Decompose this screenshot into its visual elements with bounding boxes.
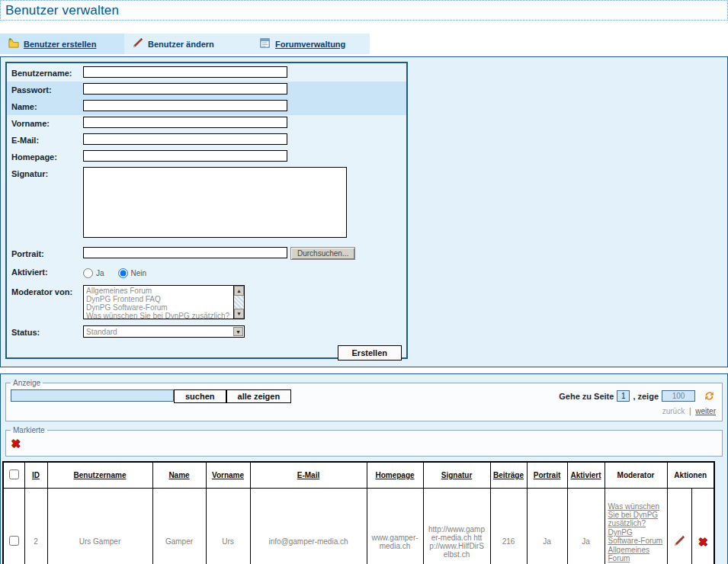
aktiviert-ja-radio[interactable]: [83, 268, 93, 278]
edit-pencil-icon: [132, 37, 143, 50]
status-selected-value: Standard: [84, 328, 233, 336]
homepage-input[interactable]: [83, 150, 287, 162]
sort-vorname[interactable]: Vorname: [212, 471, 244, 479]
zurueck-link[interactable]: zurück: [662, 407, 685, 415]
select-all-cell: [3, 462, 24, 488]
delete-user-icon[interactable]: ✖: [698, 537, 707, 547]
form-row-aktiviert: Aktiviert: Ja Nein: [7, 264, 406, 280]
listbox-option[interactable]: DynPG Software-Forum: [86, 303, 233, 312]
pager-separator: |: [689, 407, 691, 415]
passwort-input[interactable]: [83, 83, 287, 95]
tab-benutzer-erstellen[interactable]: Benutzer erstellen: [0, 34, 124, 54]
sort-aktiviert[interactable]: Aktiviert: [570, 471, 601, 479]
benutzername-label: Benutzername:: [11, 66, 83, 78]
vorname-input[interactable]: [83, 117, 287, 128]
sort-homepage[interactable]: Homepage: [375, 471, 414, 479]
email-label: E-Mail:: [11, 133, 83, 145]
delete-marked-icon[interactable]: ✖: [11, 438, 21, 449]
weiter-link[interactable]: weiter: [695, 407, 716, 415]
status-select[interactable]: Standard ▼: [83, 325, 245, 338]
sort-portrait[interactable]: Portrait: [534, 471, 561, 479]
cell-benutzername: Urs Gamper: [47, 488, 152, 564]
anzeige-legend: Anzeige: [11, 379, 43, 387]
cell-homepage: www.gamper-media.ch: [367, 488, 423, 564]
table-header-row: ID Benutzername Name Vorname E-Mail Home…: [3, 462, 714, 488]
cell-aktiviert: Ja: [567, 488, 605, 564]
header-aktionen: Aktionen: [674, 471, 707, 479]
sort-email[interactable]: E-Mail: [297, 471, 319, 479]
tab-forumverwaltung[interactable]: Forumverwaltung: [252, 34, 370, 54]
browse-button[interactable]: Durchsuchen...: [290, 247, 355, 260]
suchen-button[interactable]: suchen: [174, 389, 226, 403]
listbox-option[interactable]: Was wünschen Sie bei DynPG zusätzlich?: [86, 312, 233, 319]
cell-email: info@gamper-media.ch: [250, 488, 367, 564]
page-size-input[interactable]: [662, 390, 695, 402]
signatur-label: Signatur:: [11, 167, 83, 178]
moderator-forum-link[interactable]: DynPG Software-Forum: [608, 528, 664, 545]
form-submit-row: Erstellen: [7, 341, 406, 361]
sort-id[interactable]: ID: [32, 471, 40, 479]
moderator-listbox[interactable]: Allgemeines Forum DynPG Frontend FAQ Dyn…: [83, 285, 245, 319]
passwort-label: Passwort:: [11, 83, 83, 95]
moderator-forum-link[interactable]: Allgemeines Forum: [608, 546, 664, 562]
cell-vorname: Urs: [206, 488, 250, 564]
form-row-portrait: Portrait: Durchsuchen...: [7, 245, 406, 262]
sort-beitraege[interactable]: Beiträge: [493, 471, 524, 479]
refresh-icon[interactable]: [703, 389, 716, 402]
page-number-input[interactable]: [617, 390, 630, 402]
form-row-benutzername: Benutzername:: [7, 65, 406, 82]
tab-label: Forumverwaltung: [275, 40, 345, 49]
signatur-textarea[interactable]: [83, 167, 347, 238]
sort-benutzername[interactable]: Benutzername: [74, 471, 127, 479]
pagination-controls: Gehe zu Seite , zeige zurück | weiter: [559, 389, 716, 415]
aktiviert-nein-radio[interactable]: [118, 268, 128, 278]
page-title-bar: Benutzer verwalten: [0, 0, 728, 21]
form-row-signatur: Signatur:: [7, 165, 406, 242]
scrollbar-track[interactable]: [234, 296, 244, 309]
moderator-options: Allgemeines Forum DynPG Frontend FAQ Dyn…: [84, 286, 233, 319]
moderator-label: Moderator von:: [11, 285, 83, 296]
cell-moderator: Was wünschen Sie bei DynPG zusätzlich? D…: [605, 488, 667, 564]
row-checkbox[interactable]: [9, 536, 19, 546]
cell-beitraege: 216: [490, 488, 527, 564]
form-row-homepage: Homepage:: [7, 149, 406, 165]
page-title: Benutzer verwalten: [5, 3, 119, 18]
listbox-option[interactable]: DynPG Frontend FAQ: [86, 295, 233, 303]
cell-portrait: Ja: [527, 488, 567, 564]
edit-user-icon[interactable]: [673, 540, 685, 549]
select-all-checkbox[interactable]: [9, 469, 19, 479]
markierte-fieldset: Markierte ✖: [5, 426, 723, 457]
table-row: 2 Urs Gamper Gamper Urs info@gamper-medi…: [3, 488, 714, 564]
email-input[interactable]: [83, 133, 287, 145]
benutzername-input[interactable]: [83, 66, 287, 78]
scroll-down-icon[interactable]: ▼: [234, 309, 244, 319]
form-row-passwort: Passwort:: [7, 82, 406, 98]
chevron-down-icon: ▼: [233, 327, 243, 336]
cell-delete-action: ✖: [691, 488, 714, 564]
portrait-file-input[interactable]: [83, 247, 287, 258]
tab-benutzer-aendern[interactable]: Benutzer ändern: [124, 34, 252, 54]
tab-bar: Benutzer erstellen Benutzer ändern Forum…: [0, 34, 728, 54]
form-row-vorname: Vorname:: [7, 115, 406, 132]
listbox-scrollbar[interactable]: ▲ ▼: [233, 286, 244, 319]
sort-name[interactable]: Name: [168, 471, 189, 479]
tab-label: Benutzer erstellen: [24, 40, 96, 49]
aktiviert-label: Aktiviert:: [11, 265, 83, 277]
erstellen-button[interactable]: Erstellen: [338, 345, 402, 361]
alle-zeigen-button[interactable]: alle zeigen: [226, 389, 292, 403]
sort-signatur[interactable]: Signatur: [441, 471, 473, 479]
search-input[interactable]: [11, 389, 174, 402]
cell-id: 2: [24, 488, 47, 564]
user-list-panel: Anzeige suchen alle zeigen Gehe zu Seite…: [0, 373, 728, 564]
vorname-label: Vorname:: [11, 117, 83, 128]
create-user-form: Benutzername: Passwort: Name: Vorname: E…: [5, 62, 408, 359]
form-row-moderator: Moderator von: Allgemeines Forum DynPG F…: [7, 284, 406, 322]
moderator-forum-link[interactable]: Was wünschen Sie bei DynPG zusätzlich?: [608, 502, 664, 527]
name-label: Name:: [11, 100, 83, 111]
cell-name: Gamper: [152, 488, 206, 564]
scroll-up-icon[interactable]: ▲: [234, 286, 244, 296]
users-table: ID Benutzername Name Vorname E-Mail Home…: [2, 461, 715, 564]
listbox-option[interactable]: Allgemeines Forum: [86, 287, 233, 295]
tab-label: Benutzer ändern: [148, 40, 214, 49]
name-input[interactable]: [83, 100, 287, 111]
